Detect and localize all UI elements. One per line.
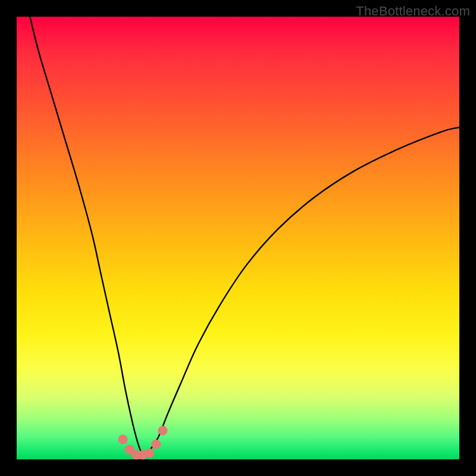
bottleneck-chart: TheBottleneck.com (0, 0, 476, 476)
bottleneck-curve (30, 17, 459, 455)
plot-area (17, 17, 459, 459)
curve-layer (17, 17, 459, 459)
trough-marker (151, 440, 161, 449)
trough-marker (118, 435, 128, 444)
trough-marker (158, 426, 168, 436)
trough-marker (145, 449, 154, 458)
trough-markers (118, 426, 168, 460)
